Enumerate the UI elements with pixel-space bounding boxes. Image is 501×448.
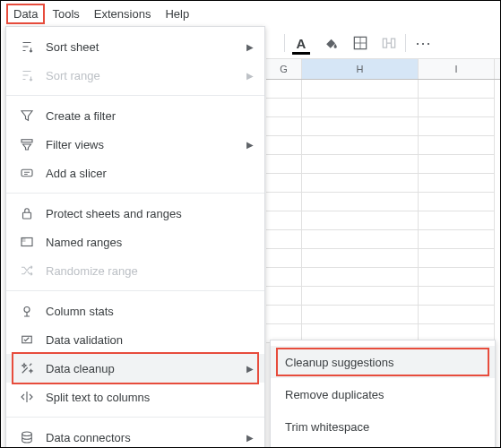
cell[interactable] [302,155,419,174]
sort-icon [19,67,35,83]
svg-rect-4 [22,169,32,177]
menu-item-label: Data validation [46,333,123,347]
cell[interactable] [266,287,302,306]
grid-row [266,99,500,117]
submenu-item-trim-whitespace[interactable]: Trim whitespace [271,410,495,443]
submenu-arrow-icon: ▶ [246,140,254,150]
cell[interactable] [419,249,495,268]
cell[interactable] [419,117,495,136]
cell[interactable] [266,249,302,268]
grid-row [266,193,500,211]
cell[interactable] [419,211,495,230]
cell[interactable] [266,174,302,193]
cell[interactable] [302,174,419,193]
cell[interactable] [419,99,495,117]
cell[interactable] [302,99,419,117]
submenu-item-label: Remove duplicates [285,388,384,401]
cell[interactable] [302,268,419,287]
menu-item-add-a-slicer[interactable]: Add a slicer [6,159,264,187]
cell[interactable] [302,230,419,249]
submenu-arrow-icon: ▶ [246,71,254,81]
toolbar: A ⋯ [275,30,500,56]
cells-area[interactable] [266,80,500,343]
svg-rect-9 [22,238,26,243]
borders-button[interactable] [351,34,369,52]
more-button[interactable]: ⋯ [413,34,431,52]
menu-item-column-stats[interactable]: Column stats [6,297,264,325]
menu-item-split-text-to-columns[interactable]: Split text to columns [6,383,264,411]
named-ranges-icon [19,234,35,250]
cell[interactable] [419,193,495,211]
cell[interactable] [302,306,419,324]
cell[interactable] [302,80,419,99]
cell[interactable] [266,230,302,249]
cell[interactable] [266,193,302,211]
menu-item-label: Create a filter [46,109,116,123]
menu-item-randomize-range: Randomize range [6,256,264,285]
cell[interactable] [419,80,495,99]
sort-icon [19,39,35,55]
toolbar-separator [284,34,285,52]
cell[interactable] [302,211,419,230]
toolbar-separator [405,34,406,52]
cell[interactable] [302,136,419,155]
menu-item-protect-sheets-and-ranges[interactable]: Protect sheets and ranges [6,199,264,228]
text-color-button[interactable]: A [292,34,310,52]
col-header-i[interactable]: I [419,59,495,79]
grid-row [266,230,500,249]
cell[interactable] [266,268,302,287]
menu-tools[interactable]: Tools [45,4,86,24]
grid-row [266,155,500,174]
cell[interactable] [419,287,495,306]
merge-button[interactable] [380,34,398,52]
col-header-h[interactable]: H [302,59,419,79]
menu-item-sort-sheet[interactable]: Sort sheet▶ [6,32,264,61]
submenu-arrow-icon: ▶ [246,433,254,443]
cell[interactable] [419,155,495,174]
menu-item-named-ranges[interactable]: Named ranges [6,228,264,256]
cell[interactable] [302,249,419,268]
cell[interactable] [302,193,419,211]
submenu-item-label: Cleanup suggestions [285,356,393,369]
cell[interactable] [302,287,419,306]
cell[interactable] [302,117,419,136]
menu-item-create-a-filter[interactable]: Create a filter [6,101,264,130]
cell[interactable] [266,80,302,99]
cell[interactable] [419,230,495,249]
fill-color-button[interactable] [323,34,341,52]
menu-item-data-validation[interactable]: Data validation [6,325,264,354]
grid-row [266,249,500,268]
svg-point-12 [22,432,32,436]
grid-row [266,268,500,287]
lock-icon [19,205,35,221]
menu-separator [6,193,264,194]
menu-item-data-connectors[interactable]: Data connectors▶ [6,423,264,448]
cell[interactable] [266,155,302,174]
grid-row [266,117,500,136]
submenu-item-label: Trim whitespace [285,420,369,434]
col-header-g[interactable]: G [266,59,302,79]
submenu-item-cleanup-suggestions[interactable]: Cleanup suggestions [271,346,495,378]
slicer-icon [19,165,35,181]
cell[interactable] [266,117,302,136]
menu-item-filter-views[interactable]: Filter views▶ [6,130,264,159]
menu-data[interactable]: Data [6,4,45,24]
cell[interactable] [419,306,495,324]
cell[interactable] [266,306,302,324]
cell[interactable] [266,99,302,117]
menu-item-sort-range: Sort range▶ [6,61,264,90]
cell[interactable] [419,268,495,287]
submenu-item-remove-duplicates[interactable]: Remove duplicates [271,378,495,410]
cell[interactable] [419,136,495,155]
cell[interactable] [419,174,495,193]
menu-extensions[interactable]: Extensions [87,4,159,24]
cell[interactable] [266,136,302,155]
submenu-arrow-icon: ▶ [246,42,254,52]
svg-rect-7 [23,212,31,219]
menu-item-label: Randomize range [46,264,138,278]
grid-row [266,287,500,306]
menu-help[interactable]: Help [158,4,196,24]
menu-separator [6,417,264,418]
cell[interactable] [266,211,302,230]
menu-item-data-cleanup[interactable]: Data cleanup▶ [6,354,264,383]
